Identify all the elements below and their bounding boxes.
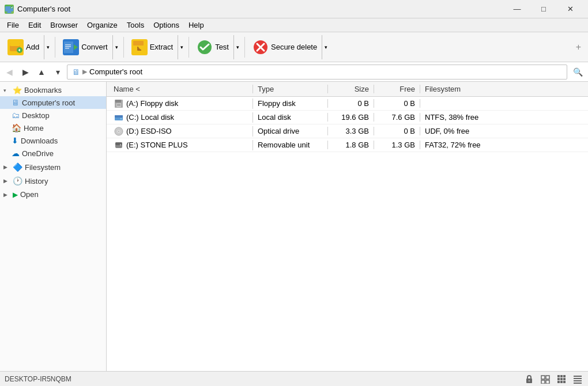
- menu-organize[interactable]: Organize: [82, 20, 122, 31]
- convert-icon: [63, 39, 79, 55]
- close-button[interactable]: ✕: [557, 0, 583, 18]
- svg-rect-26: [115, 142, 122, 145]
- minimize-button[interactable]: —: [504, 0, 530, 18]
- row3-size: 1.8 GB: [328, 141, 374, 149]
- extract-button[interactable]: Extract ▾: [126, 35, 186, 60]
- home-icon: 🏠: [12, 123, 21, 133]
- nav-forward-button[interactable]: ▶: [18, 65, 32, 79]
- nav-back-button[interactable]: ◀: [2, 65, 16, 79]
- col-header-name[interactable]: Name <: [109, 85, 253, 93]
- test-label: Test: [215, 43, 229, 51]
- sidebar-item-label-desktop: Desktop: [22, 111, 50, 120]
- sidebar-item-desktop[interactable]: 🗂 Desktop: [0, 109, 106, 122]
- details-view-icon[interactable]: [572, 373, 583, 385]
- add-button[interactable]: Add ▾: [2, 35, 52, 60]
- sidebar-item-home[interactable]: 🏠 Home: [0, 122, 106, 134]
- bookmarks-header[interactable]: ▾ ⭐ Bookmarks: [0, 84, 106, 96]
- menu-help[interactable]: Help: [184, 20, 209, 31]
- svg-rect-1: [7, 12, 11, 13]
- col-header-free[interactable]: Free: [374, 85, 420, 93]
- history-label: History: [25, 177, 48, 186]
- filesystem-header[interactable]: ▶ 🔷 Filesystem: [0, 161, 106, 173]
- svg-rect-8: [65, 44, 71, 46]
- convert-dropdown-arrow[interactable]: ▾: [112, 35, 120, 59]
- delete-icon: [252, 39, 269, 55]
- svg-rect-41: [560, 381, 563, 383]
- nav-up-button[interactable]: ▲: [35, 65, 48, 79]
- optical-drive-icon: [114, 126, 124, 137]
- nav-dropdown-button[interactable]: ▾: [51, 65, 65, 79]
- row2-size: 3.3 GB: [328, 127, 374, 135]
- svg-rect-32: [541, 380, 545, 384]
- statusbar-computer-name: DESKTOP-IR5NQBM: [5, 375, 71, 383]
- onedrive-icon: ☁: [12, 149, 20, 158]
- table-row[interactable]: (C:) Local disk Local disk 19.6 GB 7.6 G…: [107, 111, 588, 124]
- svg-rect-44: [574, 378, 582, 379]
- row0-name-cell: (A:) Floppy disk: [109, 99, 253, 109]
- row3-free: 1.3 GB: [374, 141, 420, 149]
- history-section: ▶ 🕐 History: [0, 175, 106, 187]
- secure-delete-dropdown-arrow[interactable]: ▾: [322, 35, 330, 59]
- search-button[interactable]: 🔍: [570, 64, 586, 80]
- table-row[interactable]: (A:) Floppy disk Floppy disk 0 B 0 B: [107, 97, 588, 111]
- svg-rect-37: [557, 378, 560, 380]
- menu-options[interactable]: Options: [149, 20, 184, 31]
- convert-button-main[interactable]: Convert: [58, 35, 112, 59]
- svg-point-29: [529, 380, 530, 381]
- row2-fs: UDF, 0% free: [420, 127, 586, 135]
- toolbar-add-btn[interactable]: +: [571, 40, 586, 55]
- svg-point-24: [118, 131, 119, 132]
- menu-edit[interactable]: Edit: [24, 20, 46, 31]
- menu-browser[interactable]: Browser: [46, 20, 82, 31]
- extract-dropdown-arrow[interactable]: ▾: [178, 35, 186, 59]
- col-header-type[interactable]: Type: [253, 85, 328, 93]
- open-header[interactable]: ▶ ▶ Open: [0, 188, 106, 200]
- svg-rect-34: [557, 375, 560, 377]
- secure-delete-button[interactable]: Secure delete ▾: [247, 35, 330, 60]
- svg-rect-5: [10, 43, 20, 46]
- main-area: ▾ ⭐ Bookmarks 🖥 Computer's root 🗂 Deskto…: [0, 82, 588, 371]
- row2-type: Optical drive: [253, 127, 328, 135]
- col-header-filesystem[interactable]: Filesystem: [420, 85, 586, 93]
- grid-view-icon[interactable]: [556, 373, 567, 385]
- address-bar[interactable]: 🖥 ▶ Computer's root: [67, 65, 567, 80]
- svg-rect-18: [117, 104, 120, 106]
- bookmarks-section: ▾ ⭐ Bookmarks 🖥 Computer's root 🗂 Deskto…: [0, 84, 106, 160]
- sidebar-item-onedrive[interactable]: ☁ OneDrive: [0, 147, 106, 160]
- svg-rect-27: [120, 144, 121, 146]
- table-row[interactable]: (E:) STONE PLUS Removable unit 1.8 GB 1.…: [107, 138, 588, 152]
- filesystem-section: ▶ 🔷 Filesystem: [0, 161, 106, 173]
- test-button[interactable]: Test ▾: [191, 35, 242, 60]
- history-header[interactable]: ▶ 🕐 History: [0, 175, 106, 187]
- sidebar: ▾ ⭐ Bookmarks 🖥 Computer's root 🗂 Deskto…: [0, 82, 107, 371]
- sidebar-item-label-downloads: Downloads: [21, 137, 58, 145]
- downloads-icon: ⬇: [12, 136, 18, 145]
- add-button-main[interactable]: Add: [3, 35, 44, 59]
- list-view-icon[interactable]: [540, 373, 551, 385]
- history-expand-icon: ▶: [3, 178, 10, 184]
- filesystem-expand-icon: ▶: [3, 164, 10, 170]
- table-row[interactable]: (D:) ESD-ISO Optical drive 3.3 GB 0 B UD…: [107, 124, 588, 138]
- lock-icon[interactable]: [523, 373, 535, 385]
- extract-button-main[interactable]: Extract: [127, 35, 178, 59]
- sidebar-item-computer-root[interactable]: 🖥 Computer's root: [0, 96, 106, 109]
- titlebar-left: Computer's root: [5, 5, 70, 14]
- convert-button[interactable]: Convert ▾: [58, 35, 121, 60]
- open-expand-icon: ▶: [3, 192, 10, 198]
- row0-type: Floppy disk: [253, 99, 328, 108]
- sidebar-item-downloads[interactable]: ⬇ Downloads: [0, 134, 106, 147]
- test-dropdown-arrow[interactable]: ▾: [233, 35, 242, 59]
- maximize-button[interactable]: □: [530, 0, 557, 18]
- svg-rect-46: [574, 383, 582, 384]
- svg-rect-30: [541, 376, 545, 379]
- test-button-main[interactable]: Test: [192, 35, 233, 59]
- menu-tools[interactable]: Tools: [122, 20, 149, 31]
- file-list: Name < Type Size Free Filesystem (A:) Fl…: [107, 82, 588, 371]
- svg-rect-38: [560, 378, 563, 380]
- menu-file[interactable]: File: [2, 20, 24, 31]
- svg-rect-45: [574, 380, 582, 381]
- sidebar-item-label-home: Home: [24, 124, 44, 133]
- col-header-size[interactable]: Size: [328, 85, 374, 93]
- secure-delete-button-main[interactable]: Secure delete: [248, 35, 322, 59]
- add-dropdown-arrow[interactable]: ▾: [44, 35, 52, 59]
